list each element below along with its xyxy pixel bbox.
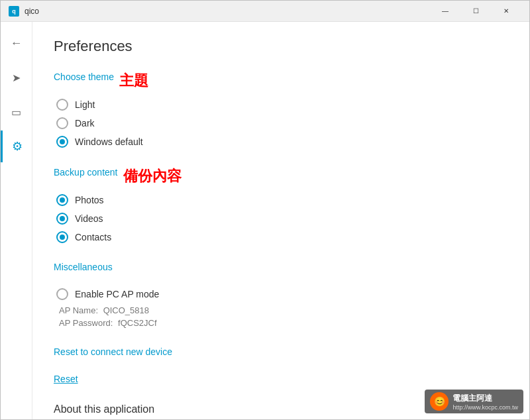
watermark-url: http://www.kocpc.com.tw [452, 404, 518, 411]
backup-photos-label: Photos [75, 195, 104, 205]
send-icon: ➤ [12, 72, 21, 84]
backup-contacts-label: Contacts [75, 232, 111, 242]
app-icon: q [9, 6, 19, 17]
watermark-text: 電腦主阿達 http://www.kocpc.com.tw [452, 393, 518, 411]
title-bar-controls: — ☐ ✕ [430, 1, 521, 22]
theme-light-option[interactable]: Light [56, 99, 508, 111]
backup-section: Backup content 備份內容 Photos Videos Contac… [54, 166, 508, 243]
misc-radio-group: Enable PC AP mode [54, 288, 508, 300]
watermark-box: 😊 電腦主阿達 http://www.kocpc.com.tw [425, 390, 523, 413]
misc-ap-mode-radio[interactable] [56, 288, 68, 300]
theme-dark-label: Dark [75, 118, 95, 129]
ap-name-value: QICO_5818 [103, 305, 149, 315]
theme-windows-label: Windows default [75, 136, 143, 147]
misc-ap-mode-label: Enable PC AP mode [75, 289, 159, 299]
theme-light-label: Light [75, 99, 95, 110]
backup-photos-radio[interactable] [56, 194, 68, 206]
theme-windows-radio[interactable] [56, 136, 68, 148]
maximize-button[interactable]: ☐ [460, 1, 491, 22]
sidebar-item-send[interactable]: ➤ [1, 62, 32, 93]
title-bar-left: q qico [9, 6, 39, 17]
reset-section-title: Reset to connect new device [54, 346, 172, 357]
backup-photos-option[interactable]: Photos [56, 194, 508, 206]
misc-section-header: Miscellaneous [54, 262, 508, 280]
watermark: 😊 電腦主阿達 http://www.kocpc.com.tw [425, 390, 523, 413]
misc-ap-mode-option[interactable]: Enable PC AP mode [56, 288, 508, 300]
ap-password-row: AP Password: fQCS2JCf [56, 318, 508, 328]
theme-light-radio[interactable] [56, 99, 68, 111]
misc-section: Miscellaneous Enable PC AP mode AP Name:… [54, 262, 508, 328]
device-icon: ▭ [11, 106, 21, 119]
title-bar: q qico — ☐ ✕ [1, 1, 529, 22]
backup-section-title: Backup content [54, 167, 118, 178]
sidebar-item-settings[interactable]: ⚙ [1, 131, 32, 162]
app-window: q qico — ☐ ✕ ← ➤ ▭ ⚙ Pre [0, 0, 530, 420]
watermark-name: 電腦主阿達 [452, 393, 518, 404]
theme-section: Choose theme 主題 Light Dark Windows defau… [54, 71, 508, 148]
reset-link[interactable]: Reset [54, 374, 78, 384]
gear-icon: ⚙ [12, 139, 23, 154]
backup-videos-label: Videos [75, 213, 103, 224]
misc-section-title: Miscellaneous [54, 262, 113, 272]
sidebar-item-device[interactable]: ▭ [1, 96, 32, 128]
backup-annotation: 備份內容 [123, 166, 182, 186]
ap-password-label: AP Password: [59, 318, 113, 328]
back-icon: ← [11, 36, 23, 50]
theme-annotation: 主題 [119, 71, 148, 91]
app-title: qico [25, 7, 39, 16]
sidebar: ← ➤ ▭ ⚙ [1, 22, 32, 419]
theme-section-header: Choose theme 主題 [54, 71, 508, 91]
theme-section-title: Choose theme [54, 72, 114, 82]
backup-radio-group: Photos Videos Contacts [54, 194, 508, 243]
theme-radio-group: Light Dark Windows default [54, 99, 508, 148]
minimize-button[interactable]: — [430, 1, 460, 22]
page-title: Preferences [54, 38, 508, 55]
backup-videos-option[interactable]: Videos [56, 213, 508, 225]
theme-windows-option[interactable]: Windows default [56, 136, 508, 148]
reset-section-header: Reset to connect new device [54, 346, 508, 365]
theme-dark-radio[interactable] [56, 117, 68, 129]
reset-section: Reset to connect new device Reset [54, 346, 508, 385]
backup-videos-radio[interactable] [56, 213, 68, 225]
watermark-avatar: 😊 [430, 392, 449, 411]
content-area: ← ➤ ▭ ⚙ Preferences Choose theme 主題 [1, 22, 529, 419]
backup-contacts-radio[interactable] [56, 231, 68, 243]
ap-password-value: fQCS2JCf [118, 318, 157, 328]
sidebar-item-back[interactable]: ← [1, 27, 32, 59]
main-content: Preferences Choose theme 主題 Light Dark [32, 22, 529, 419]
ap-name-label: AP Name: [59, 305, 98, 315]
backup-section-header: Backup content 備份內容 [54, 166, 508, 186]
backup-contacts-option[interactable]: Contacts [56, 231, 508, 243]
theme-dark-option[interactable]: Dark [56, 117, 508, 129]
close-button[interactable]: ✕ [491, 1, 521, 22]
ap-name-row: AP Name: QICO_5818 [56, 305, 508, 315]
